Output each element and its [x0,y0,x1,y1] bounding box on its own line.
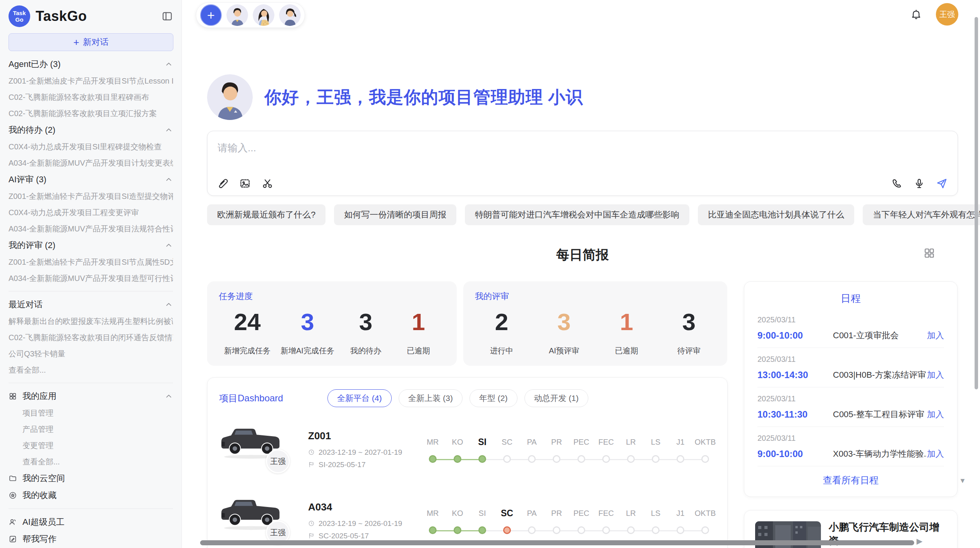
sidebar-view-all-chats[interactable]: 查看全部... [9,362,173,378]
avatar-man[interactable] [226,4,248,26]
sidebar-ai-super-staff[interactable]: AI超级员工 [9,514,173,531]
suggestion-chip[interactable]: 当下年轻人对汽车外观有怎样的喜好趋势 [863,204,980,225]
daily-briefing-title: 每日简报 [556,247,609,262]
sidebar-collapse-icon[interactable] [161,10,173,22]
my-cloud-label: 我的云空间 [22,473,65,484]
sidebar-item-my-review[interactable]: A034-全新新能源MUV产品开发项目造型可行性评审 [9,270,173,286]
join-meeting-link[interactable]: 加入 [927,409,944,420]
sidebar-item-ai-review[interactable]: C0X4-动力总成开发项目工程变更评审 [9,204,173,221]
suggestion-chip[interactable]: 如何写一份清晰的项目周报 [334,204,456,225]
app-title: TaskGo [36,8,156,24]
project-info: A034 2023-12-19 ~ 2026-01-19 SC-2025-05-… [308,501,420,540]
project-node-date: SI-2025-05-17 [319,461,365,469]
view-all-schedule-link[interactable]: 查看所有日程 [757,466,944,486]
paperclip-icon[interactable] [217,178,228,189]
project-next-node: SI-2025-05-17 [308,461,420,469]
sidebar-my-apps[interactable]: 我的应用 [9,388,173,405]
sidebar-app-view-all[interactable]: 查看全部... [9,454,173,470]
schedule-date: 2025/03/11 [757,315,944,324]
sidebar-item-agent-done[interactable]: C02-飞腾新能源轻客改款项目立项汇报方案 [9,105,173,122]
sidebar-item-ai-review[interactable]: A034-全新新能源MUV产品开发项目法规符合性评审 [9,221,173,237]
sidebar-my-cloud[interactable]: 我的云空间 [9,470,173,487]
milestone-si-current: SI [470,436,495,463]
divider [9,509,173,509]
section-header-recent-chats[interactable]: 最近对话 [9,296,173,313]
suggestion-chips: 欧洲新规最近颁布了什么? 如何写一份清晰的项目周报 特朗普可能对进口汽车增税会对… [207,204,973,225]
tab-model-year[interactable]: 年型 (2) [469,389,517,407]
chat-input-box[interactable]: 请输入... [207,131,958,196]
sidebar-item-my-review[interactable]: Z001-全新燃油轻卡产品开发项目SI节点属性5D文件评审 [9,254,173,270]
sidebar-item-agent-done[interactable]: Z001-全新燃油皮卡产品开发项目SI节点Lesson Learn报告 [9,73,173,89]
sidebar-item-agent-done[interactable]: C02-飞腾新能源轻客改款项目里程碑画布 [9,89,173,105]
dashboard-title: 项目Dashboard [219,392,327,404]
section-title: AI评审 (3) [9,174,46,185]
scissors-icon[interactable] [262,178,273,189]
sidebar-item-recent-chat[interactable]: C02-飞腾新能源轻客改款项目的闭环通告反馈情况 [9,329,173,346]
stat-label: 我的待办 [344,346,387,356]
dashboard-tabs: 全新平台 (4) 全新上装 (3) 年型 (2) 动总开发 (1) [327,389,588,407]
section-header-agent-done[interactable]: Agent已办 (3) [9,56,173,73]
sidebar-item-ai-review[interactable]: Z001-全新燃油轻卡产品开发项目SI造型提交物评审 [9,188,173,204]
sidebar-my-favorites[interactable]: 我的收藏 [9,487,173,504]
microphone-icon[interactable] [913,178,925,189]
milestone-pr: PR [544,507,569,534]
stat-value: 3 [281,307,334,337]
new-chat-button[interactable]: + 新对话 [9,33,173,51]
send-icon[interactable] [936,178,947,189]
sidebar-item-my-todo[interactable]: A034-全新新能源MUV产品开发项目计划变更表编写 [9,155,173,171]
schedule-item: 2025/03/11 9:00-10:00 X003-车辆动力学性能验... 加… [757,427,944,466]
sidebar-item-my-todo[interactable]: C0X4-动力总成开发项目SI里程碑提交物检查 [9,139,173,155]
section-header-my-review[interactable]: 我的评审 (2) [9,237,173,254]
suggestion-chip[interactable]: 特朗普可能对进口汽车增税会对中国车企造成哪些影响 [465,204,689,225]
project-vehicle-image: 王强 [219,493,308,548]
vertical-scrollbar[interactable] [975,17,978,389]
logo-line-1: Task [13,10,26,16]
milestone-track: MR KO SI SC PA PR PEC FEC LR LS J1 OKTB [420,507,718,534]
scroll-right-arrow-icon[interactable]: ▶ [917,536,922,546]
scroll-down-arrow-icon[interactable]: ▼ [959,477,966,485]
section-title: 我的评审 (2) [9,240,55,251]
milestone-ko: KO [445,507,470,534]
sidebar-item-recent-chat[interactable]: 解释最新出台的欧盟报废车法规再生塑料比例被调至15%... [9,313,173,329]
milestone-j1: J1 [668,507,693,534]
people-icon [9,518,17,526]
project-row-z001[interactable]: 王强 Z001 2023-12-19 ~ 2027-01-19 SI-2025-… [219,420,716,478]
sidebar-item-recent-chat[interactable]: 公司Q3轻卡销量 [9,346,173,362]
sidebar-app-product-mgmt[interactable]: 产品管理 [9,421,173,437]
greeting-block: 你好，王强，我是你的项目管理助理 小识 [207,74,583,120]
assistant-avatar [207,74,253,120]
join-meeting-link[interactable]: 加入 [927,330,944,341]
layout-grid-icon[interactable] [923,247,935,259]
add-conversation-button[interactable]: + [200,4,222,26]
suggestion-chip[interactable]: 比亚迪全固态电池计划具体说了什么 [698,204,854,225]
tab-new-platform[interactable]: 全新平台 (4) [327,389,392,407]
task-progress-card: 任务进度 24 新增完成任务 3 新增AI完成任务 3 我的待办 1 已逾期 [207,281,457,366]
chevron-up-icon [164,241,173,250]
avatar-woman-long-hair[interactable] [253,4,274,26]
dashboard-header: 项目Dashboard 全新平台 (4) 全新上装 (3) 年型 (2) 动总开… [219,389,716,407]
sidebar-app-project-mgmt[interactable]: 项目管理 [9,405,173,421]
user-avatar[interactable]: 王强 [936,3,958,26]
folder-icon [9,474,17,483]
join-meeting-link[interactable]: 加入 [927,369,944,381]
write-icon [9,535,17,543]
daily-briefing-header: 每日简报 [207,246,958,264]
stat-overdue: 1 已逾期 [397,307,440,356]
milestone-oktb: OKTB [693,436,718,463]
join-meeting-link[interactable]: 加入 [927,448,944,460]
section-header-my-todo[interactable]: 我的待办 (2) [9,122,173,139]
milestone-ls: LS [643,436,668,463]
sidebar-app-change-mgmt[interactable]: 变更管理 [9,437,173,454]
suggestion-chip[interactable]: 欧洲新规最近颁布了什么? [207,204,326,225]
avatar-woman-ponytail[interactable] [279,4,301,26]
notification-bell-icon[interactable] [910,9,922,20]
horizontal-scrollbar[interactable] [200,540,914,545]
section-header-ai-review[interactable]: AI评审 (3) [9,171,173,188]
tab-powertrain-dev[interactable]: 动总开发 (1) [524,389,589,407]
project-row-a034[interactable]: 王强 A034 2023-12-19 ~ 2026-01-19 SC-2025-… [219,491,716,548]
phone-icon[interactable] [891,178,903,189]
tab-new-body[interactable]: 全新上装 (3) [399,389,463,407]
schedule-time: 10:30-11:30 [757,409,833,420]
image-icon[interactable] [239,178,251,189]
sidebar-help-me-write[interactable]: 帮我写作 [9,531,173,548]
